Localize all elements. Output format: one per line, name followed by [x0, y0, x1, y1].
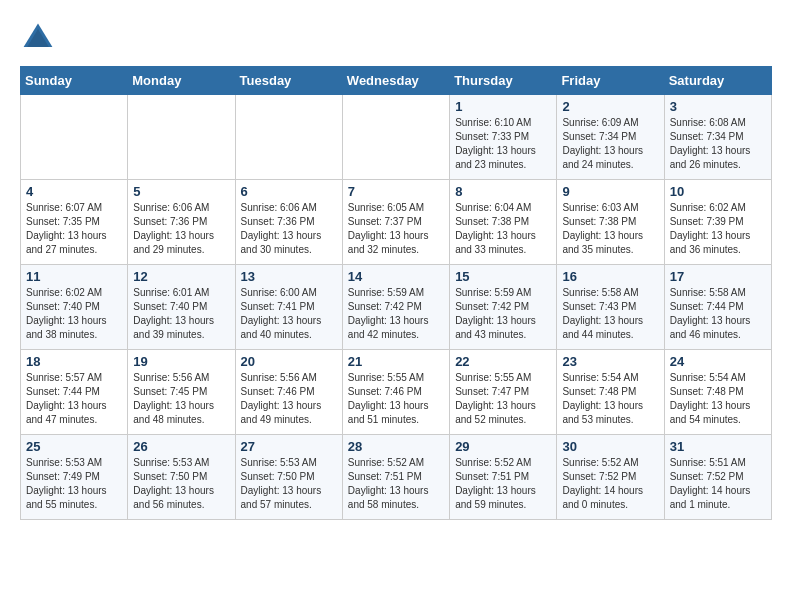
calendar-cell: 30Sunrise: 5:52 AM Sunset: 7:52 PM Dayli…: [557, 435, 664, 520]
day-number: 19: [133, 354, 229, 369]
day-info: Sunrise: 6:07 AM Sunset: 7:35 PM Dayligh…: [26, 201, 122, 257]
day-info: Sunrise: 5:55 AM Sunset: 7:46 PM Dayligh…: [348, 371, 444, 427]
day-info: Sunrise: 5:55 AM Sunset: 7:47 PM Dayligh…: [455, 371, 551, 427]
day-number: 1: [455, 99, 551, 114]
calendar-cell: 4Sunrise: 6:07 AM Sunset: 7:35 PM Daylig…: [21, 180, 128, 265]
day-info: Sunrise: 5:54 AM Sunset: 7:48 PM Dayligh…: [670, 371, 766, 427]
day-header-tuesday: Tuesday: [235, 67, 342, 95]
calendar-cell: 27Sunrise: 5:53 AM Sunset: 7:50 PM Dayli…: [235, 435, 342, 520]
day-number: 17: [670, 269, 766, 284]
calendar-header: SundayMondayTuesdayWednesdayThursdayFrid…: [21, 67, 772, 95]
day-number: 27: [241, 439, 337, 454]
day-info: Sunrise: 5:54 AM Sunset: 7:48 PM Dayligh…: [562, 371, 658, 427]
day-info: Sunrise: 6:05 AM Sunset: 7:37 PM Dayligh…: [348, 201, 444, 257]
day-number: 23: [562, 354, 658, 369]
calendar-cell: 23Sunrise: 5:54 AM Sunset: 7:48 PM Dayli…: [557, 350, 664, 435]
day-number: 11: [26, 269, 122, 284]
calendar-cell: 25Sunrise: 5:53 AM Sunset: 7:49 PM Dayli…: [21, 435, 128, 520]
calendar-cell: 8Sunrise: 6:04 AM Sunset: 7:38 PM Daylig…: [450, 180, 557, 265]
calendar-cell: 2Sunrise: 6:09 AM Sunset: 7:34 PM Daylig…: [557, 95, 664, 180]
day-number: 10: [670, 184, 766, 199]
day-number: 9: [562, 184, 658, 199]
calendar-cell: 11Sunrise: 6:02 AM Sunset: 7:40 PM Dayli…: [21, 265, 128, 350]
day-number: 8: [455, 184, 551, 199]
day-info: Sunrise: 5:52 AM Sunset: 7:51 PM Dayligh…: [455, 456, 551, 512]
day-number: 2: [562, 99, 658, 114]
calendar-cell: 5Sunrise: 6:06 AM Sunset: 7:36 PM Daylig…: [128, 180, 235, 265]
calendar-cell: 19Sunrise: 5:56 AM Sunset: 7:45 PM Dayli…: [128, 350, 235, 435]
calendar-cell: 12Sunrise: 6:01 AM Sunset: 7:40 PM Dayli…: [128, 265, 235, 350]
day-number: 29: [455, 439, 551, 454]
day-number: 3: [670, 99, 766, 114]
logo-icon: [20, 20, 56, 56]
calendar-cell: 16Sunrise: 5:58 AM Sunset: 7:43 PM Dayli…: [557, 265, 664, 350]
day-info: Sunrise: 6:08 AM Sunset: 7:34 PM Dayligh…: [670, 116, 766, 172]
calendar-body: 1Sunrise: 6:10 AM Sunset: 7:33 PM Daylig…: [21, 95, 772, 520]
day-info: Sunrise: 5:53 AM Sunset: 7:49 PM Dayligh…: [26, 456, 122, 512]
calendar-cell: 13Sunrise: 6:00 AM Sunset: 7:41 PM Dayli…: [235, 265, 342, 350]
day-number: 30: [562, 439, 658, 454]
calendar-cell: 6Sunrise: 6:06 AM Sunset: 7:36 PM Daylig…: [235, 180, 342, 265]
day-number: 18: [26, 354, 122, 369]
day-header-sunday: Sunday: [21, 67, 128, 95]
calendar-cell: 15Sunrise: 5:59 AM Sunset: 7:42 PM Dayli…: [450, 265, 557, 350]
calendar-cell: 22Sunrise: 5:55 AM Sunset: 7:47 PM Dayli…: [450, 350, 557, 435]
day-number: 24: [670, 354, 766, 369]
day-header-friday: Friday: [557, 67, 664, 95]
day-number: 16: [562, 269, 658, 284]
calendar-cell: 9Sunrise: 6:03 AM Sunset: 7:38 PM Daylig…: [557, 180, 664, 265]
day-number: 6: [241, 184, 337, 199]
day-number: 14: [348, 269, 444, 284]
day-header-thursday: Thursday: [450, 67, 557, 95]
day-header-saturday: Saturday: [664, 67, 771, 95]
calendar-cell: 10Sunrise: 6:02 AM Sunset: 7:39 PM Dayli…: [664, 180, 771, 265]
day-info: Sunrise: 5:58 AM Sunset: 7:43 PM Dayligh…: [562, 286, 658, 342]
calendar-cell: 1Sunrise: 6:10 AM Sunset: 7:33 PM Daylig…: [450, 95, 557, 180]
calendar-cell: [342, 95, 449, 180]
calendar-week-1: 1Sunrise: 6:10 AM Sunset: 7:33 PM Daylig…: [21, 95, 772, 180]
day-info: Sunrise: 6:03 AM Sunset: 7:38 PM Dayligh…: [562, 201, 658, 257]
calendar-cell: [128, 95, 235, 180]
day-number: 13: [241, 269, 337, 284]
day-number: 31: [670, 439, 766, 454]
calendar-week-4: 18Sunrise: 5:57 AM Sunset: 7:44 PM Dayli…: [21, 350, 772, 435]
day-info: Sunrise: 5:53 AM Sunset: 7:50 PM Dayligh…: [241, 456, 337, 512]
day-info: Sunrise: 5:53 AM Sunset: 7:50 PM Dayligh…: [133, 456, 229, 512]
calendar-cell: 7Sunrise: 6:05 AM Sunset: 7:37 PM Daylig…: [342, 180, 449, 265]
calendar-week-5: 25Sunrise: 5:53 AM Sunset: 7:49 PM Dayli…: [21, 435, 772, 520]
day-info: Sunrise: 5:59 AM Sunset: 7:42 PM Dayligh…: [455, 286, 551, 342]
calendar-table: SundayMondayTuesdayWednesdayThursdayFrid…: [20, 66, 772, 520]
day-info: Sunrise: 6:09 AM Sunset: 7:34 PM Dayligh…: [562, 116, 658, 172]
day-info: Sunrise: 5:56 AM Sunset: 7:46 PM Dayligh…: [241, 371, 337, 427]
day-number: 22: [455, 354, 551, 369]
day-number: 5: [133, 184, 229, 199]
day-info: Sunrise: 5:52 AM Sunset: 7:52 PM Dayligh…: [562, 456, 658, 512]
day-info: Sunrise: 5:57 AM Sunset: 7:44 PM Dayligh…: [26, 371, 122, 427]
day-header-monday: Monday: [128, 67, 235, 95]
day-number: 20: [241, 354, 337, 369]
day-info: Sunrise: 5:56 AM Sunset: 7:45 PM Dayligh…: [133, 371, 229, 427]
day-number: 15: [455, 269, 551, 284]
day-header-wednesday: Wednesday: [342, 67, 449, 95]
day-info: Sunrise: 6:10 AM Sunset: 7:33 PM Dayligh…: [455, 116, 551, 172]
calendar-cell: 20Sunrise: 5:56 AM Sunset: 7:46 PM Dayli…: [235, 350, 342, 435]
page-header: [20, 20, 772, 56]
calendar-cell: 21Sunrise: 5:55 AM Sunset: 7:46 PM Dayli…: [342, 350, 449, 435]
calendar-cell: [235, 95, 342, 180]
day-info: Sunrise: 5:52 AM Sunset: 7:51 PM Dayligh…: [348, 456, 444, 512]
day-number: 21: [348, 354, 444, 369]
calendar-cell: 29Sunrise: 5:52 AM Sunset: 7:51 PM Dayli…: [450, 435, 557, 520]
calendar-cell: 26Sunrise: 5:53 AM Sunset: 7:50 PM Dayli…: [128, 435, 235, 520]
calendar-cell: 24Sunrise: 5:54 AM Sunset: 7:48 PM Dayli…: [664, 350, 771, 435]
calendar-cell: 3Sunrise: 6:08 AM Sunset: 7:34 PM Daylig…: [664, 95, 771, 180]
day-info: Sunrise: 6:06 AM Sunset: 7:36 PM Dayligh…: [241, 201, 337, 257]
days-of-week-row: SundayMondayTuesdayWednesdayThursdayFrid…: [21, 67, 772, 95]
logo: [20, 20, 62, 56]
calendar-week-3: 11Sunrise: 6:02 AM Sunset: 7:40 PM Dayli…: [21, 265, 772, 350]
day-info: Sunrise: 6:00 AM Sunset: 7:41 PM Dayligh…: [241, 286, 337, 342]
calendar-cell: 17Sunrise: 5:58 AM Sunset: 7:44 PM Dayli…: [664, 265, 771, 350]
calendar-cell: 31Sunrise: 5:51 AM Sunset: 7:52 PM Dayli…: [664, 435, 771, 520]
day-number: 28: [348, 439, 444, 454]
calendar-cell: 28Sunrise: 5:52 AM Sunset: 7:51 PM Dayli…: [342, 435, 449, 520]
calendar-cell: 18Sunrise: 5:57 AM Sunset: 7:44 PM Dayli…: [21, 350, 128, 435]
